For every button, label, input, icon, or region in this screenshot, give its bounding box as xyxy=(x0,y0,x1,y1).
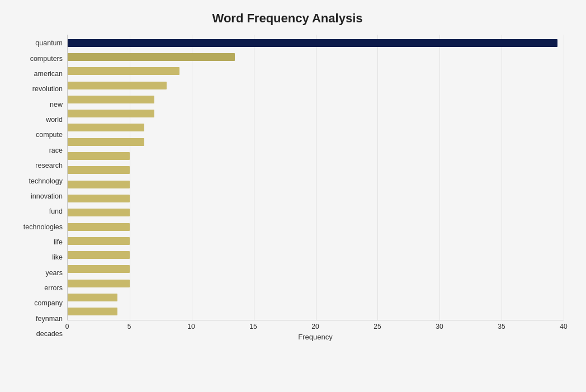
bar-row xyxy=(68,292,564,303)
y-axis-label: technology xyxy=(29,178,63,185)
bars-and-x: 0510152025303540 Frequency xyxy=(67,35,564,343)
chart-title: Word Frequency Analysis xyxy=(11,11,564,26)
y-axis-label: technologies xyxy=(23,224,63,231)
y-axis-label: fund xyxy=(49,208,63,215)
y-axis-label: errors xyxy=(44,285,63,292)
bar-row xyxy=(68,95,564,105)
grid-line xyxy=(564,35,564,320)
bar-row xyxy=(68,108,564,119)
bar xyxy=(68,138,144,146)
y-axis-label: years xyxy=(45,270,63,277)
bar-row xyxy=(68,306,564,317)
x-axis: 0510152025303540 Frequency xyxy=(67,320,564,343)
bar-row xyxy=(68,38,564,48)
bar xyxy=(68,223,130,231)
x-tick-label: 5 xyxy=(127,323,131,330)
bar xyxy=(68,195,130,202)
bar xyxy=(68,251,130,259)
bar xyxy=(68,67,179,75)
x-tick-label: 35 xyxy=(498,323,505,330)
bar xyxy=(68,82,167,89)
bar-row xyxy=(68,122,564,133)
x-tick-label: 0 xyxy=(65,323,69,330)
bar xyxy=(68,308,117,315)
bar-row xyxy=(68,151,564,161)
bar xyxy=(68,110,154,117)
y-axis: quantumcomputersamericanrevolutionnewwor… xyxy=(11,35,67,343)
chart-area: quantumcomputersamericanrevolutionnewwor… xyxy=(11,35,564,343)
x-tick-label: 30 xyxy=(436,323,443,330)
bar-row xyxy=(68,207,564,218)
bar xyxy=(68,237,130,245)
y-axis-label: life xyxy=(54,239,63,246)
y-axis-label: company xyxy=(34,300,63,307)
y-axis-label: new xyxy=(50,101,63,108)
chart-container: Word Frequency Analysis quantumcomputers… xyxy=(0,0,586,392)
x-tick-label: 40 xyxy=(560,323,567,330)
bar-row xyxy=(68,278,564,289)
y-axis-label: feynman xyxy=(36,315,63,323)
y-axis-label: like xyxy=(52,254,63,261)
bar-row xyxy=(68,222,564,232)
bar xyxy=(68,294,117,301)
bar-row xyxy=(68,52,564,62)
bar-row xyxy=(68,81,564,91)
x-tick-label: 25 xyxy=(374,323,381,330)
bar xyxy=(68,39,557,47)
bar-row xyxy=(68,264,564,274)
bar xyxy=(68,124,144,131)
y-axis-label: american xyxy=(34,70,63,78)
y-axis-label: world xyxy=(46,116,63,124)
bar-row xyxy=(68,137,564,147)
y-axis-label: compute xyxy=(36,131,63,139)
x-tick-label: 10 xyxy=(187,323,195,330)
bar-row xyxy=(68,250,564,260)
bar xyxy=(68,280,130,287)
bar xyxy=(68,209,130,216)
x-tick-label: 15 xyxy=(249,323,257,330)
x-tick-label: 20 xyxy=(311,323,319,330)
bar-row xyxy=(68,165,564,175)
x-axis-label: Frequency xyxy=(67,333,564,341)
y-axis-label: computers xyxy=(30,55,63,63)
bar xyxy=(68,181,130,188)
bar xyxy=(68,166,130,174)
bar-row xyxy=(68,66,564,76)
bars-area xyxy=(67,35,564,320)
x-ticks: 0510152025303540 xyxy=(67,320,564,332)
y-axis-label: innovation xyxy=(31,193,63,200)
y-axis-label: decades xyxy=(36,330,63,338)
bar xyxy=(68,265,130,273)
bar xyxy=(68,152,130,160)
bar-row xyxy=(68,236,564,246)
bar-row xyxy=(68,180,564,190)
y-axis-label: quantum xyxy=(35,40,63,47)
bar xyxy=(68,53,235,61)
bars-wrapper xyxy=(68,35,564,320)
bar xyxy=(68,96,154,103)
y-axis-label: race xyxy=(49,147,63,154)
y-axis-label: research xyxy=(35,162,63,169)
y-axis-label: revolution xyxy=(32,86,63,93)
bar-row xyxy=(68,193,564,204)
